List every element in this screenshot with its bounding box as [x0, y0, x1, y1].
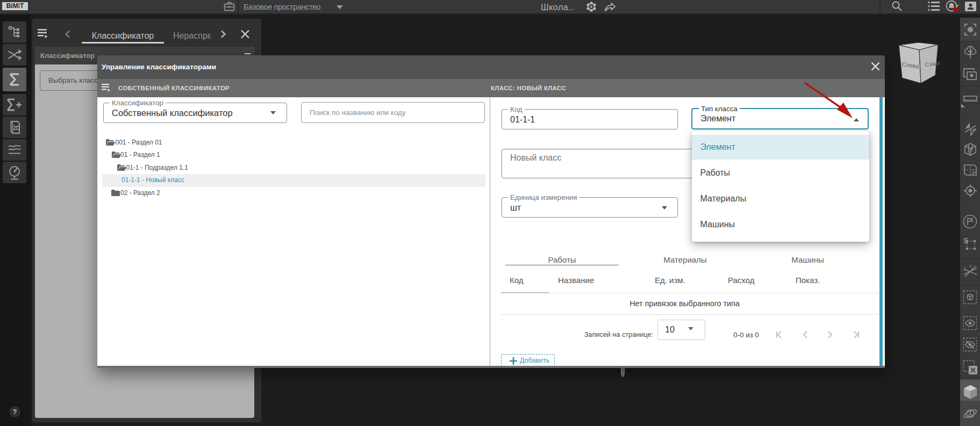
svg-text:2: 2: [969, 264, 972, 269]
svg-text:2D: 2D: [13, 125, 20, 131]
svg-text:1: 1: [963, 266, 966, 271]
